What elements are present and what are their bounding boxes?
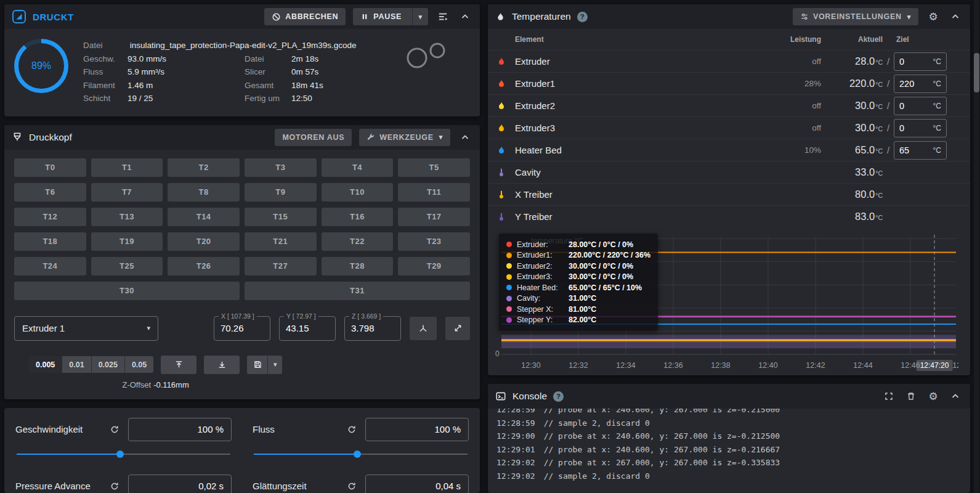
tool-button[interactable]: T30	[14, 282, 240, 300]
tool-button[interactable]: T17	[398, 208, 470, 226]
tool-button[interactable]: T3	[245, 158, 317, 177]
z-offset-up-button[interactable]	[161, 356, 196, 374]
gear-icon[interactable]: ⚙	[926, 389, 941, 404]
tool-button[interactable]: T16	[322, 208, 394, 226]
tool-button[interactable]: T23	[398, 232, 470, 251]
motors-off-button[interactable]: MOTOREN AUS	[275, 129, 352, 146]
tool-button[interactable]: T13	[91, 208, 163, 226]
position-y-field[interactable]: Y [ 72.97 ] 43.15	[279, 316, 336, 341]
tool-button[interactable]: T2	[168, 158, 240, 177]
slider-cell: Pressure Advance 0,02 s	[15, 475, 232, 493]
slider-fill	[17, 454, 120, 455]
console-output[interactable]: 12:28:59// probe at x: 240.600, y: 267.0…	[488, 409, 970, 490]
temperature-row[interactable]: Heater Bed 10% 65.0°C / °C	[488, 139, 970, 161]
slider-value-field[interactable]: 0,02 s	[128, 475, 232, 493]
temperature-row[interactable]: Extruder3 off 30.0°C / °C	[488, 116, 970, 139]
collapse-temperatures-panel-icon[interactable]	[948, 9, 963, 24]
temperature-target-input[interactable]	[899, 123, 933, 133]
temperature-row[interactable]: Extruder1 28% 220.0°C / °C	[488, 72, 970, 94]
help-icon[interactable]: ?	[553, 391, 564, 402]
tool-button[interactable]: T24	[14, 257, 86, 275]
tool-button[interactable]: T1	[91, 158, 163, 177]
home-axes-button[interactable]	[410, 317, 437, 340]
tool-button[interactable]: T9	[245, 183, 317, 202]
tool-button[interactable]: T26	[168, 257, 240, 275]
presets-button[interactable]: VOREINSTELLUNGEN ▾	[793, 8, 918, 25]
sensor-current: 80.0°C	[821, 189, 883, 200]
pause-print-button[interactable]: PAUSE ▾	[353, 8, 428, 25]
slider-value-field[interactable]: 100 %	[365, 418, 469, 441]
scrollbar-thumb[interactable]	[974, 53, 979, 92]
z-step-button[interactable]: 0.05	[125, 356, 153, 373]
tool-button[interactable]: T29	[398, 257, 470, 275]
stat-row: Gesamt18m 41s	[245, 79, 357, 92]
slider-thumb[interactable]	[354, 450, 361, 458]
tool-button[interactable]: T14	[168, 208, 240, 226]
trash-icon[interactable]	[904, 389, 918, 404]
reset-icon[interactable]	[347, 481, 357, 491]
help-icon[interactable]: ?	[577, 12, 588, 22]
tool-button[interactable]: T19	[91, 232, 163, 251]
tool-button[interactable]: T22	[322, 232, 394, 251]
collapse-console-panel-icon[interactable]	[948, 389, 963, 404]
save-options-caret[interactable]: ▾	[267, 356, 282, 374]
slider-track[interactable]	[254, 454, 468, 455]
print-queue-icon[interactable]	[435, 9, 450, 24]
temperature-target-input[interactable]	[899, 101, 933, 111]
slider-value-field[interactable]: 0,04 s	[365, 475, 469, 493]
z-step-button[interactable]: 0.01	[62, 356, 91, 373]
z-offset-save-button[interactable]: ▾	[247, 356, 282, 374]
tool-button[interactable]: T12	[14, 208, 86, 226]
collapse-toolhead-panel-icon[interactable]	[458, 130, 472, 145]
temperature-target-input[interactable]	[899, 79, 933, 89]
thermometer-icon	[496, 168, 506, 177]
temperature-target-input[interactable]	[899, 57, 933, 67]
temperature-row[interactable]: X Treiber 80.0°C °C	[488, 183, 970, 205]
tool-button[interactable]: T27	[245, 257, 317, 275]
tool-button[interactable]: T25	[91, 257, 163, 275]
position-z-field[interactable]: Z [ 3.669 ] 3.798	[344, 316, 401, 341]
tool-button[interactable]: T31	[245, 282, 470, 300]
tool-button[interactable]: T20	[168, 232, 240, 251]
z-offset-readout: Z-Offset-0.116mm	[29, 380, 282, 389]
diagonal-move-button[interactable]	[445, 317, 470, 340]
tool-button[interactable]: T8	[168, 183, 240, 202]
reset-icon[interactable]	[110, 425, 119, 434]
extruder-select[interactable]: Extruder 1 ▾	[14, 316, 158, 341]
reset-icon[interactable]	[110, 481, 119, 491]
tool-button[interactable]: T11	[398, 183, 470, 202]
tool-button[interactable]: T6	[14, 183, 86, 202]
temperature-row[interactable]: Cavity 33.0°C °C	[488, 161, 970, 183]
tool-button[interactable]: T28	[322, 257, 394, 275]
slider-track[interactable]	[17, 454, 230, 455]
tool-button[interactable]: T10	[322, 183, 394, 202]
tool-button[interactable]: T21	[245, 232, 317, 251]
z-step-button[interactable]: 0.005	[29, 356, 62, 373]
sensor-power: 28%	[778, 79, 821, 88]
gear-icon[interactable]: ⚙	[926, 9, 941, 24]
temperature-row[interactable]: Extruder2 off 30.0°C / °C	[488, 94, 970, 116]
page-scrollbar[interactable]	[974, 0, 979, 493]
tool-button[interactable]: T5	[398, 158, 470, 177]
slider-value-field[interactable]: 100 %	[128, 418, 232, 441]
cancel-print-button[interactable]: ABBRECHEN	[264, 8, 346, 25]
tools-menu-button[interactable]: WERKZEUGE ▾	[359, 129, 450, 146]
z-offset-down-button[interactable]	[204, 356, 240, 374]
printhead-icon	[12, 132, 23, 143]
slider-thumb[interactable]	[116, 450, 124, 458]
temperature-row[interactable]: Extruder off 28.0°C / °C	[488, 50, 970, 72]
tool-button[interactable]: T0	[14, 158, 86, 177]
sensor-power: off	[778, 57, 821, 66]
position-x-field[interactable]: X [ 107.39 ] 70.26	[214, 316, 270, 341]
temperature-row[interactable]: Y Treiber 83.0°C °C	[488, 205, 970, 227]
tool-button[interactable]: T7	[91, 183, 163, 202]
tool-button[interactable]: T4	[322, 158, 394, 177]
tool-button[interactable]: T15	[245, 208, 317, 226]
tool-button[interactable]: T18	[14, 232, 86, 251]
reset-icon[interactable]	[347, 425, 357, 434]
pause-options-caret[interactable]: ▾	[412, 8, 428, 25]
fullscreen-icon[interactable]	[881, 389, 896, 404]
temperature-target-input[interactable]	[899, 145, 933, 155]
collapse-print-panel-icon[interactable]	[458, 9, 472, 24]
z-step-button[interactable]: 0.025	[92, 356, 125, 373]
